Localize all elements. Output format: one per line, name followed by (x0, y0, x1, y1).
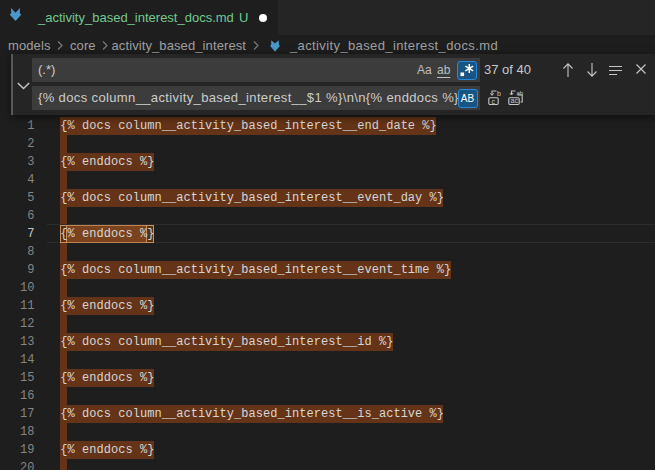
svg-text:c: c (491, 97, 495, 104)
svg-text:ac: ac (511, 97, 519, 104)
svg-text:b: b (497, 90, 501, 97)
